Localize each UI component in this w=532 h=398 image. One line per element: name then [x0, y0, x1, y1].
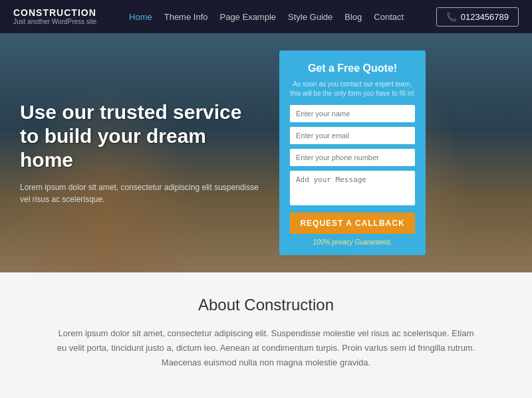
hero-description: Lorem ipsum dolor sit amet, consectetur …	[20, 181, 259, 205]
hero-section: Use our trusted service to build your dr…	[0, 33, 532, 272]
quote-form-subtitle: As soon as you contact our expert team, …	[290, 80, 415, 98]
logo: CONSTRUCTION Just another WordPress site	[13, 8, 96, 25]
phone-number: 0123456789	[461, 12, 509, 22]
hero-title: Use our trusted service to build your dr…	[20, 100, 259, 172]
phone-button[interactable]: 📞 0123456789	[436, 7, 519, 27]
message-input[interactable]	[290, 171, 415, 205]
nav-contact[interactable]: Contact	[374, 12, 404, 22]
quote-form-title: Get a Free Quote!	[290, 62, 415, 74]
main-nav: Home Theme Info Page Example Style Guide…	[129, 12, 404, 22]
nav-home[interactable]: Home	[129, 12, 152, 22]
phone-icon: 📞	[446, 12, 457, 22]
logo-subtitle: Just another WordPress site	[13, 18, 96, 25]
header: CONSTRUCTION Just another WordPress site…	[0, 0, 532, 33]
nav-style-guide[interactable]: Style Guide	[288, 12, 332, 22]
email-input[interactable]	[290, 127, 415, 144]
callback-button[interactable]: REQUEST A CALLBACK	[290, 213, 415, 234]
about-title: About Construction	[53, 296, 479, 314]
privacy-text: 100% privacy Guaranteed.	[290, 239, 415, 246]
nav-theme-info[interactable]: Theme Info	[164, 12, 208, 22]
nav-page-example[interactable]: Page Example	[219, 12, 276, 22]
about-text: Lorem ipsum dolor sit amet, consectetur …	[53, 326, 479, 370]
logo-title: CONSTRUCTION	[13, 8, 96, 18]
quote-form: Get a Free Quote! As soon as you contact…	[279, 50, 426, 255]
about-section: About Construction Lorem ipsum dolor sit…	[0, 272, 532, 398]
name-input[interactable]	[290, 105, 415, 122]
hero-content: Use our trusted service to build your dr…	[0, 74, 279, 232]
nav-blog[interactable]: Blog	[344, 12, 362, 22]
phone-input[interactable]	[290, 149, 415, 166]
